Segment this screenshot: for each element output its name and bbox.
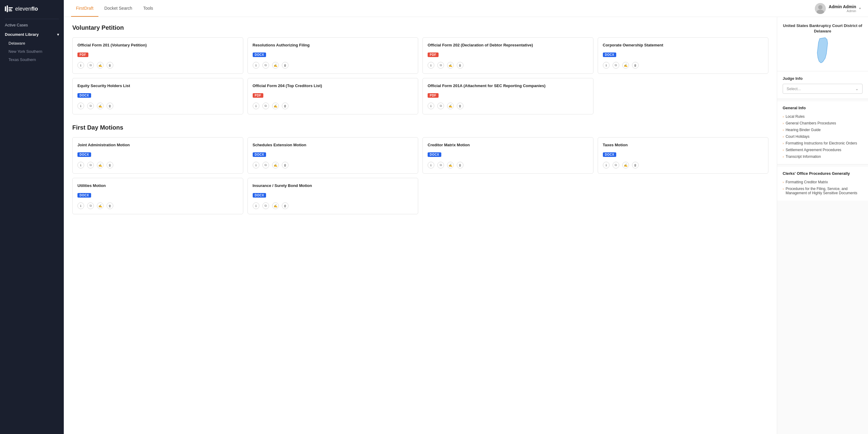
sidebar-item-active-cases[interactable]: Active Cases bbox=[0, 20, 64, 30]
sidebar-sub-item-delaware[interactable]: Delaware bbox=[0, 39, 64, 47]
sign-icon-6[interactable]: ✍ bbox=[447, 103, 454, 109]
sign-icon-m0[interactable]: ✍ bbox=[97, 162, 103, 168]
copy-icon-m0[interactable]: ⧉ bbox=[87, 162, 94, 168]
trash-icon-3[interactable]: 🗑 bbox=[632, 62, 639, 69]
trash-icon-0[interactable]: 🗑 bbox=[106, 62, 113, 69]
badge-form-201: PDF bbox=[78, 53, 88, 57]
chevron-icon: ▾ bbox=[57, 32, 59, 37]
trash-icon-m2[interactable]: 🗑 bbox=[457, 162, 463, 168]
doc-title-form-204: Official Form 204 (Top Creditors List) bbox=[253, 83, 413, 89]
copy-icon-3[interactable]: ⧉ bbox=[613, 62, 619, 69]
info-icon-0[interactable]: ℹ bbox=[78, 62, 84, 69]
copy-icon-4[interactable]: ⧉ bbox=[87, 103, 94, 109]
content-area: Voluntary Petition Official Form 201 (Vo… bbox=[64, 17, 868, 434]
trash-icon-1[interactable]: 🗑 bbox=[282, 62, 288, 69]
sidebar-item-document-library[interactable]: Document Library ▾ bbox=[0, 30, 64, 39]
doc-actions-form-201a: ℹ ⧉ ✍ 🗑 bbox=[428, 103, 588, 109]
trash-icon-m1[interactable]: 🗑 bbox=[282, 162, 288, 168]
sign-icon-3[interactable]: ✍ bbox=[622, 62, 629, 69]
info-icon-m4[interactable]: ℹ bbox=[78, 202, 84, 209]
badge-joint-admin: DOCX bbox=[78, 153, 91, 157]
info-icon-m2[interactable]: ℹ bbox=[428, 162, 434, 168]
tab-firstdraft[interactable]: FirstDraft bbox=[71, 0, 98, 17]
trash-icon-m3[interactable]: 🗑 bbox=[632, 162, 639, 168]
link-settlement-agreement[interactable]: › Settlement Agreement Procedures bbox=[783, 146, 863, 153]
sign-icon-4[interactable]: ✍ bbox=[97, 103, 103, 109]
copy-icon-0[interactable]: ⧉ bbox=[87, 62, 94, 69]
trash-icon-6[interactable]: 🗑 bbox=[457, 103, 463, 109]
copy-icon-m1[interactable]: ⧉ bbox=[262, 162, 269, 168]
link-formatting-creditor[interactable]: › Formatting Creditor Matrix bbox=[783, 179, 863, 186]
doc-title-form-201a: Official Form 201A (Attachment for SEC R… bbox=[428, 83, 588, 89]
sign-icon-m5[interactable]: ✍ bbox=[272, 202, 279, 209]
copy-icon-5[interactable]: ⧉ bbox=[262, 103, 269, 109]
top-nav: FirstDraft Docket Search Tools Admin Adm… bbox=[64, 0, 868, 17]
copy-icon-6[interactable]: ⧉ bbox=[437, 103, 444, 109]
copy-icon-m5[interactable]: ⧉ bbox=[262, 202, 269, 209]
sign-icon-5[interactable]: ✍ bbox=[272, 103, 279, 109]
chevron-right-icon: › bbox=[783, 180, 784, 184]
info-icon-6[interactable]: ℹ bbox=[428, 103, 434, 109]
doc-card-joint-admin: Joint Administration Motion DOCX ℹ ⧉ ✍ 🗑 bbox=[72, 137, 243, 174]
tab-tools[interactable]: Tools bbox=[138, 0, 158, 17]
trash-icon-2[interactable]: 🗑 bbox=[457, 62, 463, 69]
trash-icon-m0[interactable]: 🗑 bbox=[106, 162, 113, 168]
doc-card-equity-security: Equity Security Holders List DOCX ℹ ⧉ ✍ … bbox=[72, 78, 243, 114]
trash-icon-5[interactable]: 🗑 bbox=[282, 103, 288, 109]
info-icon-m5[interactable]: ℹ bbox=[253, 202, 259, 209]
sidebar: elevenflo Active Cases Document Library … bbox=[0, 0, 64, 434]
badge-taxes-motion: DOCX bbox=[603, 153, 617, 157]
doc-actions-creditor-matrix: ℹ ⧉ ✍ 🗑 bbox=[428, 162, 588, 168]
copy-icon-m4[interactable]: ⧉ bbox=[87, 202, 94, 209]
info-icon-4[interactable]: ℹ bbox=[78, 103, 84, 109]
chevron-right-icon: › bbox=[783, 115, 784, 119]
chevron-right-icon: › bbox=[783, 135, 784, 138]
link-procedures-filing[interactable]: › Procedures for the Filing, Service, an… bbox=[783, 186, 863, 196]
info-icon-m3[interactable]: ℹ bbox=[603, 162, 610, 168]
chevron-right-icon: › bbox=[783, 155, 784, 159]
trash-icon-4[interactable]: 🗑 bbox=[106, 103, 113, 109]
trash-icon-m5[interactable]: 🗑 bbox=[282, 202, 288, 209]
sign-icon-m2[interactable]: ✍ bbox=[447, 162, 454, 168]
sign-icon-m4[interactable]: ✍ bbox=[97, 202, 103, 209]
sign-icon-2[interactable]: ✍ bbox=[447, 62, 454, 69]
doc-title-taxes-motion: Taxes Motion bbox=[603, 142, 764, 148]
copy-icon-2[interactable]: ⧉ bbox=[437, 62, 444, 69]
court-header: United States Bankruptcy Court District … bbox=[777, 17, 868, 71]
link-court-holidays[interactable]: › Court Holidays bbox=[783, 133, 863, 140]
sign-icon-0[interactable]: ✍ bbox=[97, 62, 103, 69]
sign-icon-m3[interactable]: ✍ bbox=[622, 162, 629, 168]
app-logo: elevenflo bbox=[0, 0, 64, 18]
hearing-binder-label: Hearing Binder Guide bbox=[786, 128, 820, 132]
active-cases-label: Active Cases bbox=[5, 23, 28, 27]
copy-icon-m2[interactable]: ⧉ bbox=[437, 162, 444, 168]
user-menu[interactable]: Admin Admin Admin ▾ bbox=[815, 3, 861, 14]
copy-icon-m3[interactable]: ⧉ bbox=[613, 162, 619, 168]
tab-docket-search[interactable]: Docket Search bbox=[100, 0, 137, 17]
link-local-rules[interactable]: › Local Rules bbox=[783, 113, 863, 120]
sign-icon-m1[interactable]: ✍ bbox=[272, 162, 279, 168]
user-role: Admin bbox=[829, 9, 856, 13]
logo-text: elevenflo bbox=[15, 6, 38, 12]
trash-icon-m4[interactable]: 🗑 bbox=[106, 202, 113, 209]
info-icon-5[interactable]: ℹ bbox=[253, 103, 259, 109]
judge-select-dropdown[interactable]: Select... ⌄ bbox=[783, 84, 863, 94]
info-icon-m0[interactable]: ℹ bbox=[78, 162, 84, 168]
link-transcript-info[interactable]: › Transcript Information bbox=[783, 153, 863, 160]
copy-icon-1[interactable]: ⧉ bbox=[262, 62, 269, 69]
badge-creditor-matrix: DOCX bbox=[428, 153, 441, 157]
chevron-right-icon: › bbox=[783, 187, 784, 191]
info-icon-m1[interactable]: ℹ bbox=[253, 162, 259, 168]
info-icon-3[interactable]: ℹ bbox=[603, 62, 610, 69]
link-hearing-binder[interactable]: › Hearing Binder Guide bbox=[783, 127, 863, 133]
sign-icon-1[interactable]: ✍ bbox=[272, 62, 279, 69]
link-general-chambers[interactable]: › General Chambers Procedures bbox=[783, 120, 863, 127]
link-formatting-instructions[interactable]: › Formatting Instructions for Electronic… bbox=[783, 140, 863, 146]
info-icon-2[interactable]: ℹ bbox=[428, 62, 434, 69]
info-icon-1[interactable]: ℹ bbox=[253, 62, 259, 69]
sidebar-sub-item-texas-southern[interactable]: Texas Southern bbox=[0, 56, 64, 64]
svg-rect-0 bbox=[5, 6, 6, 11]
doc-title-form-202: Official Form 202 (Declaration of Debtor… bbox=[428, 42, 588, 48]
sidebar-sub-item-new-york-southern[interactable]: New York Southern bbox=[0, 47, 64, 56]
texas-southern-label: Texas Southern bbox=[8, 57, 36, 62]
